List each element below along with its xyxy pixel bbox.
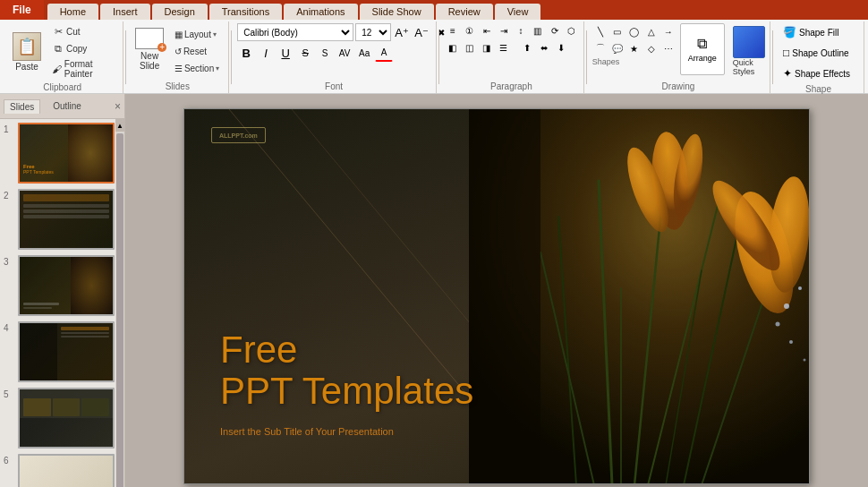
text-direction-button[interactable]: ⟳ [547, 23, 563, 38]
clipboard-label: Clipboard [7, 81, 117, 92]
arrange-button[interactable]: ⧉ Arrange [680, 23, 725, 75]
tab-insert[interactable]: Insert [100, 4, 150, 20]
slide-preview-6[interactable]: 🏃 [18, 454, 115, 487]
slide-thumb-6[interactable]: 6 🏃 [4, 454, 112, 487]
format-painter-button[interactable]: 🖌 Format Painter [48, 57, 117, 81]
italic-button[interactable]: I [257, 44, 275, 62]
align-right-button[interactable]: ◨ [479, 40, 495, 55]
slide-scrollbar[interactable]: ▲ ▼ [115, 119, 124, 487]
decrease-indent-button[interactable]: ⇤ [479, 23, 495, 38]
increase-font-button[interactable]: A⁺ [393, 23, 411, 41]
clipboard-group: 📋 Paste ✂ Cut ⧉ Copy 🖌 Format Painter [4, 21, 123, 93]
line-spacing-button[interactable]: ↕ [513, 23, 529, 38]
shape-outline-button[interactable]: □ Shape Outline [779, 44, 855, 62]
shape-fill-icon: 🪣 [783, 26, 796, 38]
increase-indent-button[interactable]: ⇥ [496, 23, 512, 38]
font-size-select[interactable]: 12 [355, 23, 391, 41]
shape-line[interactable]: ╲ [592, 23, 608, 39]
section-button[interactable]: ☰ Section ▾ [171, 61, 223, 76]
decrease-font-button[interactable]: A⁻ [413, 23, 430, 41]
align-middle-button[interactable]: ⬌ [536, 40, 552, 55]
tab-slideshow[interactable]: Slide Show [360, 4, 434, 20]
shape-rect[interactable]: ▭ [609, 23, 625, 39]
scroll-up-button[interactable]: ▲ [115, 119, 124, 132]
font-name-select[interactable]: Calibri (Body) [237, 23, 353, 41]
slide-thumb-3[interactable]: 3 [4, 255, 112, 316]
thumb3-line2 [23, 307, 52, 309]
paste-button[interactable]: 📋 Paste [7, 30, 47, 74]
text-shadow-button[interactable]: S [316, 44, 334, 62]
change-case-button[interactable]: Aa [355, 44, 373, 62]
columns-button[interactable]: ▥ [530, 23, 546, 38]
align-left-button[interactable]: ◧ [445, 40, 461, 55]
slide-thumb-5[interactable]: 5 [4, 388, 112, 449]
align-top-button[interactable]: ⬆ [519, 40, 535, 55]
tab-view[interactable]: View [495, 4, 541, 20]
shape-star[interactable]: ★ [626, 40, 642, 56]
slide-title-free: Free [220, 329, 473, 371]
copy-icon: ⧉ [52, 42, 64, 55]
para-row-1: ≡ ① ⇤ ⇥ ↕ ▥ ⟳ ⬡ [445, 23, 580, 38]
file-tab[interactable]: File [0, 0, 44, 20]
new-slide-button[interactable]: New Slide [132, 23, 167, 75]
quick-styles-button[interactable]: Quick Styles [728, 23, 770, 79]
tab-review[interactable]: Review [436, 4, 493, 20]
thumb4-line1 [61, 327, 109, 330]
slide-thumb-2[interactable]: 2 [4, 189, 112, 250]
slide-preview-3[interactable] [18, 255, 115, 316]
strikethrough-button[interactable]: S [296, 44, 314, 62]
justify-button[interactable]: ☰ [496, 40, 512, 55]
shape-fill-button[interactable]: 🪣 Shape Fill [779, 23, 855, 41]
shape-triangle[interactable]: △ [643, 23, 660, 39]
scissors-icon: ✂ [52, 25, 64, 38]
canvas-area: ALLPPT.com [125, 94, 868, 487]
char-spacing-button[interactable]: AV [336, 44, 353, 62]
scroll-thumb[interactable] [116, 133, 123, 487]
cut-label: Cut [66, 27, 81, 37]
slide-thumb-4[interactable]: 4 [4, 321, 112, 382]
layout-button[interactable]: ▦ Layout ▾ [171, 27, 223, 42]
thumb3-flower [71, 257, 113, 314]
shape-effects-button[interactable]: ✦ Shape Effects [779, 64, 855, 82]
shapes-grid-container: ╲ ▭ ◯ △ → ⌒ 💬 ★ ◇ ⋯ Shapes [592, 23, 677, 66]
shape-callout[interactable]: 💬 [609, 40, 625, 56]
tab-design[interactable]: Design [152, 4, 208, 20]
slide-preview-2[interactable] [18, 189, 115, 250]
center-button[interactable]: ◫ [462, 40, 478, 55]
shape-diamond[interactable]: ◇ [643, 40, 660, 56]
slide-num-6: 6 [4, 454, 14, 466]
shape-oval[interactable]: ◯ [626, 23, 642, 39]
shape-arrow-right[interactable]: → [660, 23, 677, 39]
align-bottom-button[interactable]: ⬇ [553, 40, 569, 55]
shape-curved[interactable]: ⌒ [592, 40, 608, 56]
slide-preview-1[interactable]: Free PPT Templates [18, 123, 115, 184]
numbering-button[interactable]: ① [462, 23, 478, 38]
thumb4-right [57, 323, 113, 380]
smartart-button[interactable]: ⬡ [564, 23, 580, 38]
section-icon: ☰ [174, 64, 183, 73]
cut-button[interactable]: ✂ Cut [48, 23, 117, 39]
bullets-button[interactable]: ≡ [445, 23, 461, 38]
reset-label: Reset [183, 47, 207, 56]
slides-tab[interactable]: Slides [4, 99, 40, 114]
main-area: Slides Outline × 1 Free PPT Templates [0, 94, 868, 487]
slide-subtitle[interactable]: Insert the Sub Title of Your Presentatio… [220, 426, 394, 437]
slide-preview-4[interactable] [18, 321, 115, 382]
bold-button[interactable]: B [237, 44, 255, 62]
reset-button[interactable]: ↺ Reset [171, 44, 223, 59]
outline-tab[interactable]: Outline [47, 99, 87, 113]
shapes-grid: ╲ ▭ ◯ △ → ⌒ 💬 ★ ◇ ⋯ [592, 23, 677, 56]
copy-button[interactable]: ⧉ Copy [48, 40, 117, 56]
tab-transitions[interactable]: Transitions [209, 4, 282, 20]
panel-close-button[interactable]: × [115, 100, 121, 113]
tab-animations[interactable]: Animations [284, 4, 357, 20]
slide-num-4: 4 [4, 321, 14, 333]
slide-canvas[interactable]: ALLPPT.com [183, 108, 810, 484]
slide-preview-5[interactable] [18, 388, 115, 449]
shape-more[interactable]: ⋯ [660, 40, 677, 56]
tab-home[interactable]: Home [47, 4, 98, 20]
slide-thumb-1[interactable]: 1 Free PPT Templates [4, 123, 112, 184]
svg-rect-23 [469, 109, 540, 483]
underline-button[interactable]: U [277, 44, 294, 62]
font-color-button[interactable]: A [375, 44, 393, 62]
